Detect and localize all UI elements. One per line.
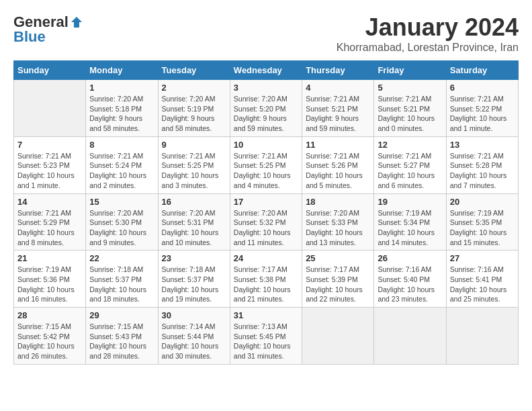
day-number: 6 bbox=[450, 83, 515, 93]
day-info: Sunrise: 7:17 AM Sunset: 5:38 PM Dayligh… bbox=[234, 265, 298, 304]
calendar-week-5: 28Sunrise: 7:15 AM Sunset: 5:42 PM Dayli… bbox=[14, 308, 519, 365]
day-number: 16 bbox=[162, 197, 226, 207]
calendar-cell: 14Sunrise: 7:21 AM Sunset: 5:29 PM Dayli… bbox=[14, 193, 86, 250]
day-info: Sunrise: 7:21 AM Sunset: 5:24 PM Dayligh… bbox=[89, 151, 154, 191]
day-number: 18 bbox=[306, 197, 370, 207]
page-header: General Blue January 2024 Khorramabad, L… bbox=[13, 13, 519, 54]
calendar-cell: 3Sunrise: 7:20 AM Sunset: 5:20 PM Daylig… bbox=[230, 80, 302, 137]
calendar-cell: 23Sunrise: 7:18 AM Sunset: 5:37 PM Dayli… bbox=[158, 250, 230, 308]
day-number: 20 bbox=[450, 197, 515, 207]
day-info: Sunrise: 7:18 AM Sunset: 5:37 PM Dayligh… bbox=[162, 265, 226, 304]
day-info: Sunrise: 7:19 AM Sunset: 5:35 PM Dayligh… bbox=[450, 208, 515, 248]
day-info: Sunrise: 7:21 AM Sunset: 5:25 PM Dayligh… bbox=[234, 151, 298, 191]
header-day-saturday: Saturday bbox=[446, 61, 518, 80]
day-number: 3 bbox=[234, 83, 298, 93]
logo: General Blue bbox=[13, 13, 83, 46]
header-day-monday: Monday bbox=[86, 61, 158, 80]
day-number: 25 bbox=[306, 253, 370, 263]
day-number: 12 bbox=[378, 140, 442, 150]
day-number: 13 bbox=[450, 140, 515, 150]
day-number: 10 bbox=[234, 140, 298, 150]
calendar-cell: 25Sunrise: 7:17 AM Sunset: 5:39 PM Dayli… bbox=[302, 250, 374, 308]
day-info: Sunrise: 7:15 AM Sunset: 5:42 PM Dayligh… bbox=[17, 322, 82, 361]
day-info: Sunrise: 7:16 AM Sunset: 5:41 PM Dayligh… bbox=[450, 265, 515, 304]
calendar-week-3: 14Sunrise: 7:21 AM Sunset: 5:29 PM Dayli… bbox=[14, 193, 519, 250]
day-number: 24 bbox=[234, 253, 298, 263]
day-number: 17 bbox=[234, 197, 298, 207]
calendar-cell: 9Sunrise: 7:21 AM Sunset: 5:25 PM Daylig… bbox=[158, 136, 230, 193]
header-day-wednesday: Wednesday bbox=[230, 61, 302, 80]
day-info: Sunrise: 7:21 AM Sunset: 5:25 PM Dayligh… bbox=[162, 151, 226, 191]
day-number: 2 bbox=[162, 83, 226, 93]
day-info: Sunrise: 7:21 AM Sunset: 5:27 PM Dayligh… bbox=[378, 151, 442, 191]
calendar-cell: 13Sunrise: 7:21 AM Sunset: 5:28 PM Dayli… bbox=[446, 136, 518, 193]
calendar-cell: 21Sunrise: 7:19 AM Sunset: 5:36 PM Dayli… bbox=[14, 250, 86, 308]
day-number: 31 bbox=[234, 310, 298, 320]
day-number: 4 bbox=[306, 83, 370, 93]
calendar-cell bbox=[374, 308, 446, 365]
day-info: Sunrise: 7:21 AM Sunset: 5:23 PM Dayligh… bbox=[17, 151, 82, 191]
day-info: Sunrise: 7:18 AM Sunset: 5:37 PM Dayligh… bbox=[89, 265, 154, 304]
day-number: 1 bbox=[89, 83, 154, 93]
day-number: 14 bbox=[17, 197, 82, 207]
calendar-header: SundayMondayTuesdayWednesdayThursdayFrid… bbox=[14, 61, 519, 80]
day-info: Sunrise: 7:19 AM Sunset: 5:34 PM Dayligh… bbox=[378, 208, 442, 248]
calendar-cell: 18Sunrise: 7:20 AM Sunset: 5:33 PM Dayli… bbox=[302, 193, 374, 250]
day-info: Sunrise: 7:21 AM Sunset: 5:26 PM Dayligh… bbox=[306, 151, 370, 191]
day-info: Sunrise: 7:21 AM Sunset: 5:28 PM Dayligh… bbox=[450, 151, 515, 191]
svg-marker-0 bbox=[71, 17, 82, 28]
day-info: Sunrise: 7:21 AM Sunset: 5:29 PM Dayligh… bbox=[17, 208, 82, 248]
calendar-cell: 10Sunrise: 7:21 AM Sunset: 5:25 PM Dayli… bbox=[230, 136, 302, 193]
calendar-cell: 4Sunrise: 7:21 AM Sunset: 5:21 PM Daylig… bbox=[302, 80, 374, 137]
day-number: 23 bbox=[162, 253, 226, 263]
day-info: Sunrise: 7:20 AM Sunset: 5:30 PM Dayligh… bbox=[89, 208, 154, 248]
day-info: Sunrise: 7:19 AM Sunset: 5:36 PM Dayligh… bbox=[17, 265, 82, 304]
header-day-friday: Friday bbox=[374, 61, 446, 80]
day-info: Sunrise: 7:21 AM Sunset: 5:22 PM Dayligh… bbox=[450, 94, 515, 134]
month-title: January 2024 bbox=[337, 13, 519, 42]
calendar-cell: 7Sunrise: 7:21 AM Sunset: 5:23 PM Daylig… bbox=[14, 136, 86, 193]
calendar-cell bbox=[302, 308, 374, 365]
calendar-cell: 27Sunrise: 7:16 AM Sunset: 5:41 PM Dayli… bbox=[446, 250, 518, 308]
day-info: Sunrise: 7:15 AM Sunset: 5:43 PM Dayligh… bbox=[89, 322, 154, 361]
location: Khorramabad, Lorestan Province, Iran bbox=[337, 42, 519, 54]
calendar-cell: 22Sunrise: 7:18 AM Sunset: 5:37 PM Dayli… bbox=[86, 250, 158, 308]
day-number: 27 bbox=[450, 253, 515, 263]
header-day-thursday: Thursday bbox=[302, 61, 374, 80]
calendar-cell bbox=[14, 80, 86, 137]
day-number: 15 bbox=[89, 197, 154, 207]
calendar-cell: 15Sunrise: 7:20 AM Sunset: 5:30 PM Dayli… bbox=[86, 193, 158, 250]
day-number: 9 bbox=[162, 140, 226, 150]
calendar-week-2: 7Sunrise: 7:21 AM Sunset: 5:23 PM Daylig… bbox=[14, 136, 519, 193]
calendar-cell: 20Sunrise: 7:19 AM Sunset: 5:35 PM Dayli… bbox=[446, 193, 518, 250]
day-number: 30 bbox=[162, 310, 226, 320]
day-info: Sunrise: 7:21 AM Sunset: 5:21 PM Dayligh… bbox=[378, 94, 442, 134]
header-day-tuesday: Tuesday bbox=[158, 61, 230, 80]
day-number: 29 bbox=[89, 310, 154, 320]
day-info: Sunrise: 7:13 AM Sunset: 5:45 PM Dayligh… bbox=[234, 322, 298, 361]
logo-blue: Blue bbox=[13, 28, 46, 46]
calendar-cell: 12Sunrise: 7:21 AM Sunset: 5:27 PM Dayli… bbox=[374, 136, 446, 193]
day-info: Sunrise: 7:20 AM Sunset: 5:31 PM Dayligh… bbox=[162, 208, 226, 248]
day-number: 5 bbox=[378, 83, 442, 93]
calendar-cell: 30Sunrise: 7:14 AM Sunset: 5:44 PM Dayli… bbox=[158, 308, 230, 365]
calendar-cell: 31Sunrise: 7:13 AM Sunset: 5:45 PM Dayli… bbox=[230, 308, 302, 365]
calendar-cell: 17Sunrise: 7:20 AM Sunset: 5:32 PM Dayli… bbox=[230, 193, 302, 250]
day-info: Sunrise: 7:20 AM Sunset: 5:18 PM Dayligh… bbox=[89, 94, 154, 134]
calendar-week-4: 21Sunrise: 7:19 AM Sunset: 5:36 PM Dayli… bbox=[14, 250, 519, 308]
day-number: 22 bbox=[89, 253, 154, 263]
calendar-cell: 19Sunrise: 7:19 AM Sunset: 5:34 PM Dayli… bbox=[374, 193, 446, 250]
calendar-cell: 24Sunrise: 7:17 AM Sunset: 5:38 PM Dayli… bbox=[230, 250, 302, 308]
calendar-cell: 8Sunrise: 7:21 AM Sunset: 5:24 PM Daylig… bbox=[86, 136, 158, 193]
calendar-cell: 1Sunrise: 7:20 AM Sunset: 5:18 PM Daylig… bbox=[86, 80, 158, 137]
calendar-cell: 29Sunrise: 7:15 AM Sunset: 5:43 PM Dayli… bbox=[86, 308, 158, 365]
day-number: 7 bbox=[17, 140, 82, 150]
day-info: Sunrise: 7:17 AM Sunset: 5:39 PM Dayligh… bbox=[306, 265, 370, 304]
day-info: Sunrise: 7:21 AM Sunset: 5:21 PM Dayligh… bbox=[306, 94, 370, 134]
day-number: 21 bbox=[17, 253, 82, 263]
calendar-cell: 2Sunrise: 7:20 AM Sunset: 5:19 PM Daylig… bbox=[158, 80, 230, 137]
calendar-table: SundayMondayTuesdayWednesdayThursdayFrid… bbox=[13, 60, 519, 365]
calendar-cell: 6Sunrise: 7:21 AM Sunset: 5:22 PM Daylig… bbox=[446, 80, 518, 137]
day-number: 28 bbox=[17, 310, 82, 320]
calendar-cell: 5Sunrise: 7:21 AM Sunset: 5:21 PM Daylig… bbox=[374, 80, 446, 137]
